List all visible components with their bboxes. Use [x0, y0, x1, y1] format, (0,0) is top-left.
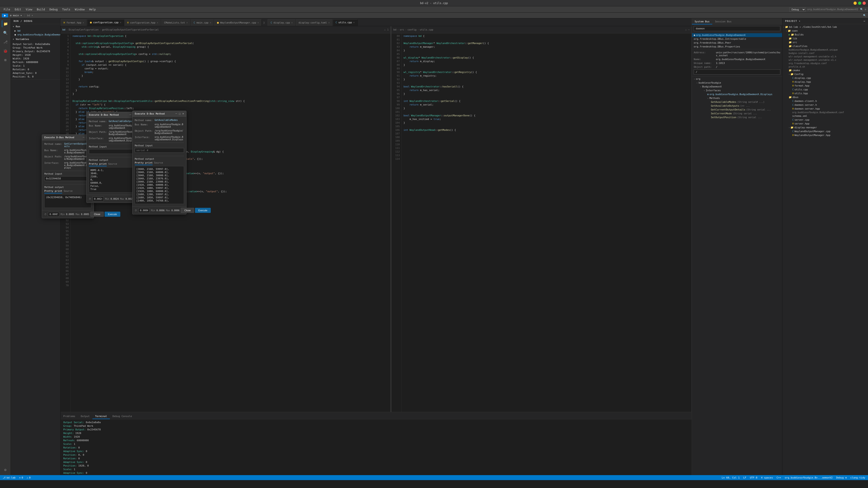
ptree-display-hpp[interactable]: H display.hpp [782, 80, 868, 84]
minimize-button[interactable] [854, 2, 857, 5]
tab-display-cpp[interactable]: C display.cpp × [268, 19, 296, 26]
dialog-large-input[interactable] [135, 148, 184, 153]
activity-debug[interactable]: 🐞 [2, 47, 9, 55]
tab-utils-cpp[interactable]: C utils.cpp × [333, 19, 358, 26]
tab-configuration-hpp[interactable]: H configuration.hpp × [124, 19, 161, 26]
menu-file[interactable]: File [2, 7, 12, 11]
dbus-service-introspectable[interactable]: org.freedesktop.DBus.Introspectable [692, 37, 782, 41]
close-button[interactable] [863, 2, 866, 5]
close-tab-waylandoutputmanager[interactable]: × [257, 22, 259, 24]
title-bar-controls[interactable] [854, 2, 866, 5]
dialog-large-minimize[interactable]: ─ [176, 112, 177, 115]
close-tab-configuration-hpp[interactable]: × [157, 22, 158, 24]
dbus-tree-methods[interactable]: ▾ Methods [692, 96, 782, 100]
menu-view[interactable]: View [24, 7, 34, 11]
dbus-method-setoutputposition[interactable]: SetOutputPosition (String serial ... [692, 116, 782, 119]
dialog-large-title-bar[interactable]: Execute D-Bus Method ─ □ × [132, 111, 186, 117]
dbus-method-getcurrentoutputdetails[interactable]: GetCurrentOutputDetails (String serial .… [692, 108, 782, 111]
tab-output[interactable]: Output [78, 414, 92, 419]
ptree-display-cpp[interactable]: C display.cpp [782, 76, 868, 80]
debug-variables-header[interactable]: ▾ Variables [11, 37, 60, 41]
dbus-method-getavailableoutputs[interactable]: GetAvailableOutputs (>> ... [692, 104, 782, 108]
code-content-right[interactable]: namespace bd { WaylandOutputManager* Way… [402, 33, 691, 412]
dialog-small-source-tab[interactable]: Source [64, 190, 72, 193]
dialog-small-prettyprint-tab[interactable]: Pretty print [44, 190, 62, 193]
dialog-large-maximize[interactable]: □ [179, 112, 181, 115]
code-content-left[interactable]: namespace bd::DisplayConfiguration { std… [71, 33, 391, 412]
dialog-medium-input[interactable] [89, 149, 138, 154]
tab-display-config-toml[interactable]: display-config.toml × [296, 19, 333, 26]
tab-configuration-cpp[interactable]: configuration.cpp × [87, 19, 124, 26]
menu-edit[interactable]: Edit [13, 7, 23, 11]
close-tab-configuration-cpp[interactable]: × [120, 21, 121, 24]
close-tab-display-cpp[interactable]: × [291, 22, 293, 24]
dbus-tab-sessionbus[interactable]: Session Bus [712, 19, 734, 24]
dbus-tree-buddiesofbudgie[interactable]: ▾ buddiesofbudgie [692, 81, 782, 85]
dialog-large-close-btn[interactable]: Close [181, 208, 194, 213]
dbus-tree-displays-interface[interactable]: ⊞ org.buddiesofbudgie.BudgieDaemonX.Disp… [692, 92, 782, 96]
close-tab-format-hpp[interactable]: × [83, 22, 84, 24]
ptree-bd-lab[interactable]: ▾ 📁 bd-lab → /Code/JoshStrobl/bd-lab [782, 25, 868, 29]
activity-settings[interactable]: ⚙ [2, 466, 9, 473]
dialog-small-speed-input[interactable] [48, 212, 59, 217]
ptree-caen[interactable]: ▾ 📁 caen [782, 29, 868, 33]
close-tab-main-cpp[interactable]: × [210, 22, 211, 24]
code-area-right[interactable]: 8081828384 8586878889 9091929394 9596979… [392, 33, 691, 412]
dialog-small-close-btn[interactable]: Close [90, 212, 103, 217]
dialog-large-execute-btn[interactable]: Execute [195, 208, 211, 213]
dbus-search-input[interactable] [694, 26, 780, 31]
ptree-classfiles[interactable]: 📁 classfiles [782, 44, 868, 48]
dbus-tree-org[interactable]: ▾ org [692, 77, 782, 81]
toolbar-search-icon[interactable]: 🔍 [863, 14, 866, 17]
dialog-small-input[interactable] [44, 176, 91, 181]
close-tab-utils-cpp[interactable]: × [353, 21, 355, 24]
dbus-tree-interfaces[interactable]: ▾ Interfaces [692, 89, 782, 92]
ptree-dbus[interactable]: 📁 dbus [782, 95, 868, 99]
dbus-method-setcurrentmode[interactable]: SetCurrentMode (String serial ... [692, 111, 782, 116]
ptree-server-hpp[interactable]: H server.hpp [782, 122, 868, 126]
ptree-builds[interactable]: ▶ 📁 Builds [782, 33, 868, 37]
status-branch[interactable]: ⎇ bd-lab [3, 476, 16, 479]
dialog-large-prettyprint-tab[interactable]: Pretty print [135, 161, 153, 165]
status-warnings[interactable]: ⚠ 0 [27, 476, 31, 479]
dialog-large-source-tab[interactable]: Source [154, 161, 163, 165]
activity-git[interactable]: ⎇ [2, 38, 9, 45]
dialog-large-speed-input[interactable] [138, 208, 150, 213]
maximize-button[interactable] [858, 2, 861, 5]
tab-problems[interactable]: Problems [61, 414, 78, 419]
ptree-utils-hpp[interactable]: H utils.hpp [782, 92, 868, 95]
debug-run-header[interactable]: ▾ Run [11, 24, 60, 29]
menu-build[interactable]: Build [35, 7, 47, 11]
ptree-format-hpp[interactable]: H format.hpp [782, 84, 868, 88]
more-tabs-button[interactable]: ⟫ [264, 21, 265, 24]
menu-help[interactable]: Help [87, 7, 97, 11]
close-tab-cmakelists[interactable]: × [186, 22, 188, 24]
dbus-tree-budgiedaemonx[interactable]: ▾ BudgieDaemonX [692, 85, 782, 89]
status-errors[interactable]: ✕ 0 [19, 476, 23, 479]
ptree-waylandoutputmanager-cpp[interactable]: C WaylandOutputManager.cpp [782, 129, 868, 133]
dbus-method-getavailablemodes[interactable]: GetAvailableModes (String serial# ...) [692, 100, 782, 104]
tab-cmakelists[interactable]: CMakeLists.txt × [161, 19, 191, 26]
tab-terminal[interactable]: Terminal [92, 414, 110, 419]
menu-window[interactable]: Window [73, 7, 86, 11]
ptree-utils-cpp-tree[interactable]: C utils.cpp [782, 88, 868, 92]
dialog-medium-minimize[interactable]: ─ [129, 113, 131, 116]
ptree-waylandoutputmanager-hpp[interactable]: H WaylandOutputManager.hpp [782, 133, 868, 137]
tab-debug-console[interactable]: Debug Console [110, 414, 135, 419]
dialog-medium-source-tab[interactable]: Source [108, 162, 117, 166]
ptree-cmake[interactable]: 📁 cmake [782, 68, 868, 72]
dbus-service-peer[interactable]: org.freedesktop.DBus.Peer [692, 41, 782, 45]
dialog-medium-prettyprint-tab[interactable]: Pretty print [89, 162, 107, 166]
dbus-service-budgie[interactable]: ● org.buddiesofbudgie.BudgieDaemonX [692, 33, 782, 37]
ptree-display-manager[interactable]: ▾ 📁 display-manager [782, 126, 868, 129]
dbus-tab-systembus[interactable]: System Bus [692, 19, 712, 24]
dialog-small-title-bar[interactable]: Execute D-Bus Method ─ □ × [42, 135, 94, 140]
menu-debug[interactable]: Debug [48, 7, 59, 11]
ptree-server-cpp[interactable]: C server.cpp [782, 118, 868, 122]
close-tab-display-config-toml[interactable]: × [329, 22, 330, 24]
activity-search[interactable]: 🔍 [2, 29, 9, 36]
menu-tools[interactable]: Tools [60, 7, 72, 11]
dbus-object-path-input[interactable] [694, 69, 780, 74]
debug-config-dropdown[interactable]: Debug Release [789, 7, 806, 12]
activity-explorer[interactable]: 📁 [2, 20, 9, 27]
